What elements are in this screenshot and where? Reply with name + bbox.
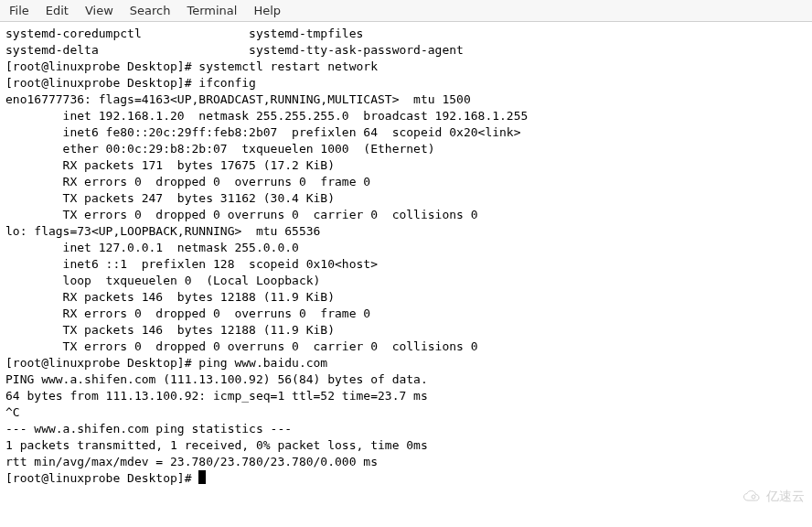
terminal-line: TX errors 0 dropped 0 overruns 0 carrier… [5,339,807,355]
terminal-line: [root@linuxprobe Desktop]# ifconfig [5,75,807,91]
terminal-line: [root@linuxprobe Desktop]# ping www.baid… [5,355,807,371]
terminal-line: inet 127.0.0.1 netmask 255.0.0.0 [5,240,807,256]
terminal-line: eno16777736: flags=4163<UP,BROADCAST,RUN… [5,91,807,108]
terminal-line: 1 packets transmitted, 1 received, 0% pa… [5,437,807,454]
terminal-output[interactable]: systemd-coredumpctl systemd-tmpfilessyst… [0,22,812,490]
menu-file[interactable]: File [9,4,29,17]
cloud-icon [743,490,763,503]
terminal-line: RX packets 171 bytes 17675 (17.2 KiB) [5,157,807,174]
terminal-line: --- www.a.shifen.com ping statistics --- [5,421,807,437]
terminal-line: inet6 ::1 prefixlen 128 scopeid 0x10<hos… [5,256,807,273]
menu-edit[interactable]: Edit [46,4,69,17]
terminal-line: TX packets 247 bytes 31162 (30.4 KiB) [5,190,807,207]
terminal-line: loop txqueuelen 0 (Local Loopback) [5,273,807,289]
svg-point-0 [752,495,755,499]
terminal-line: inet 192.168.1.20 netmask 255.255.255.0 … [5,108,807,124]
terminal-line: systemd-coredumpctl systemd-tmpfiles [5,26,807,42]
terminal-line: ether 00:0c:29:b8:2b:07 txqueuelen 1000 … [5,141,807,157]
terminal-line: inet6 fe80::20c:29ff:feb8:2b07 prefixlen… [5,124,807,141]
terminal-line: 64 bytes from 111.13.100.92: icmp_seq=1 … [5,388,807,404]
terminal-line: RX errors 0 dropped 0 overruns 0 frame 0 [5,174,807,190]
terminal-line: rtt min/avg/max/mdev = 23.780/23.780/23.… [5,454,807,470]
menu-terminal[interactable]: Terminal [187,4,237,17]
menu-view[interactable]: View [85,4,113,17]
terminal-line: systemd-delta systemd-tty-ask-password-a… [5,42,807,59]
terminal-line: RX errors 0 dropped 0 overruns 0 frame 0 [5,306,807,322]
terminal-cursor [198,470,206,484]
menu-search[interactable]: Search [130,4,171,17]
terminal-line: lo: flags=73<UP,LOOPBACK,RUNNING> mtu 65… [5,223,807,240]
watermark-text: 亿速云 [766,489,805,505]
terminal-line: RX packets 146 bytes 12188 (11.9 KiB) [5,289,807,306]
terminal-prompt-line: [root@linuxprobe Desktop]# [5,470,807,487]
terminal-line: ^C [5,404,807,421]
terminal-line: PING www.a.shifen.com (111.13.100.92) 56… [5,371,807,388]
terminal-line: TX packets 146 bytes 12188 (11.9 KiB) [5,322,807,339]
terminal-line: [root@linuxprobe Desktop]# systemctl res… [5,59,807,75]
terminal-line: TX errors 0 dropped 0 overruns 0 carrier… [5,207,807,223]
menubar: File Edit View Search Terminal Help [0,0,812,22]
terminal-prompt: [root@linuxprobe Desktop]# [5,471,198,485]
menu-help[interactable]: Help [253,4,281,17]
watermark: 亿速云 [743,489,805,505]
